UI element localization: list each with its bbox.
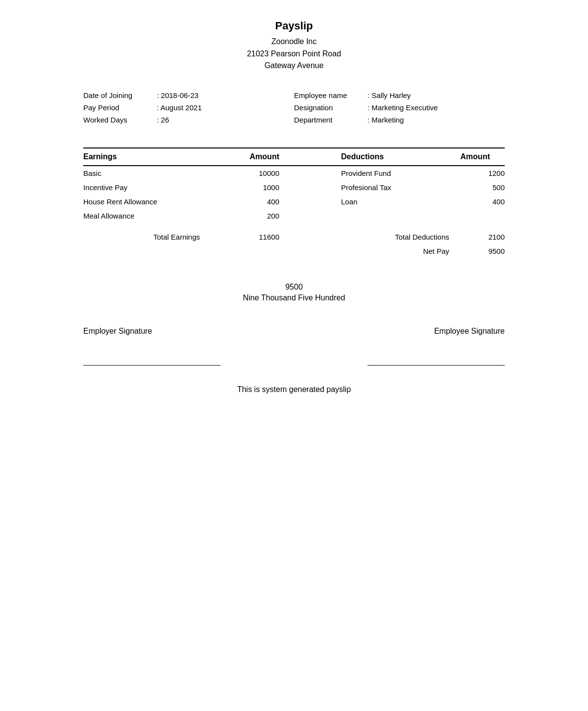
employee-name-row: Employee name : Sally Harley xyxy=(294,91,505,99)
payslip-header: Payslip Zoonodle Inc 21023 Pearson Point… xyxy=(83,20,505,72)
earning-amount: 200 xyxy=(210,209,294,223)
footer-text: This is system generated payslip xyxy=(237,385,351,393)
earnings-section: Earnings Amount Deductions Amount Basic … xyxy=(83,147,505,258)
designation-value: : Marketing Executive xyxy=(368,103,438,112)
designation-label: Designation xyxy=(294,103,368,112)
earning-label: Basic xyxy=(83,166,210,180)
table-row: House Rent Allowance 400 Loan 400 xyxy=(83,195,505,209)
employee-name-value: : Sally Harley xyxy=(368,91,411,99)
table-row: Incentive Pay 1000 Profesional Tax 500 xyxy=(83,180,505,195)
net-pay-value: 9500 xyxy=(454,244,505,258)
earning-label: Meal Allowance xyxy=(83,209,210,223)
designation-row: Designation : Marketing Executive xyxy=(294,103,505,112)
signature-section: Employer Signature Employee Signature xyxy=(83,327,505,366)
payslip-title: Payslip xyxy=(83,20,505,32)
total-earnings-value: 11600 xyxy=(210,223,294,244)
amount-col-header: Amount xyxy=(210,148,294,166)
table-row: Meal Allowance 200 xyxy=(83,209,505,223)
earning-label: House Rent Allowance xyxy=(83,195,210,209)
earnings-col-header: Earnings xyxy=(83,148,210,166)
deduction-label: Profesional Tax xyxy=(336,180,454,195)
date-of-joining-row: Date of Joining : 2018-06-23 xyxy=(83,91,294,99)
worked-days-value: : 26 xyxy=(157,116,169,124)
employee-signature-line xyxy=(368,365,505,366)
earning-amount: 1000 xyxy=(210,180,294,195)
total-earnings-label: Total Earnings xyxy=(83,223,210,244)
employer-signature-block: Employer Signature xyxy=(83,327,273,366)
worked-days-label: Worked Days xyxy=(83,116,157,124)
earning-amount: 10000 xyxy=(210,166,294,180)
employee-signature-block: Employee Signature xyxy=(315,327,505,366)
deductions-col-header: Deductions xyxy=(336,148,454,166)
address-line2: Gateway Avenue xyxy=(83,60,505,72)
department-label: Department xyxy=(294,116,368,124)
employee-signature-label: Employee Signature xyxy=(315,327,505,336)
deduction-label: Loan xyxy=(336,195,454,209)
info-right: Employee name : Sally Harley Designation… xyxy=(294,91,505,128)
amount-summary: 9500 Nine Thousand Five Hundred xyxy=(83,283,505,302)
employee-name-label: Employee name xyxy=(294,91,368,99)
info-section: Date of Joining : 2018-06-23 Pay Period … xyxy=(83,91,505,128)
address-line1: 21023 Pearson Point Road xyxy=(83,48,505,60)
net-pay-words: Nine Thousand Five Hundred xyxy=(83,294,505,302)
department-row: Department : Marketing xyxy=(294,116,505,124)
company-name: Zoonodle Inc xyxy=(83,37,505,46)
net-pay-number: 9500 xyxy=(83,283,505,292)
date-of-joining-label: Date of Joining xyxy=(83,91,157,99)
employer-signature-label: Employer Signature xyxy=(83,327,273,336)
table-row: Basic 10000 Provident Fund 1200 xyxy=(83,166,505,180)
deduction-amount: 1200 xyxy=(454,166,505,180)
company-address: 21023 Pearson Point Road Gateway Avenue xyxy=(83,48,505,72)
worked-days-row: Worked Days : 26 xyxy=(83,116,294,124)
deduction-amount: 400 xyxy=(454,195,505,209)
footer-note: This is system generated payslip xyxy=(83,385,505,394)
deductions-amount-col-header: Amount xyxy=(454,148,505,166)
deduction-amount: 500 xyxy=(454,180,505,195)
employer-signature-line xyxy=(83,365,220,366)
department-value: : Marketing xyxy=(368,116,404,124)
earning-label: Incentive Pay xyxy=(83,180,210,195)
earning-amount: 400 xyxy=(210,195,294,209)
totals-row: Total Earnings 11600 Total Deductions 21… xyxy=(83,223,505,244)
pay-period-value: : August 2021 xyxy=(157,103,202,112)
net-pay-label: Net Pay xyxy=(336,244,454,258)
pay-period-row: Pay Period : August 2021 xyxy=(83,103,294,112)
earnings-table: Earnings Amount Deductions Amount Basic … xyxy=(83,147,505,258)
info-left: Date of Joining : 2018-06-23 Pay Period … xyxy=(83,91,294,128)
total-deductions-label: Total Deductions xyxy=(336,223,454,244)
net-pay-row: Net Pay 9500 xyxy=(83,244,505,258)
pay-period-label: Pay Period xyxy=(83,103,157,112)
deduction-label: Provident Fund xyxy=(336,166,454,180)
date-of-joining-value: : 2018-06-23 xyxy=(157,91,198,99)
total-deductions-value: 2100 xyxy=(454,223,505,244)
